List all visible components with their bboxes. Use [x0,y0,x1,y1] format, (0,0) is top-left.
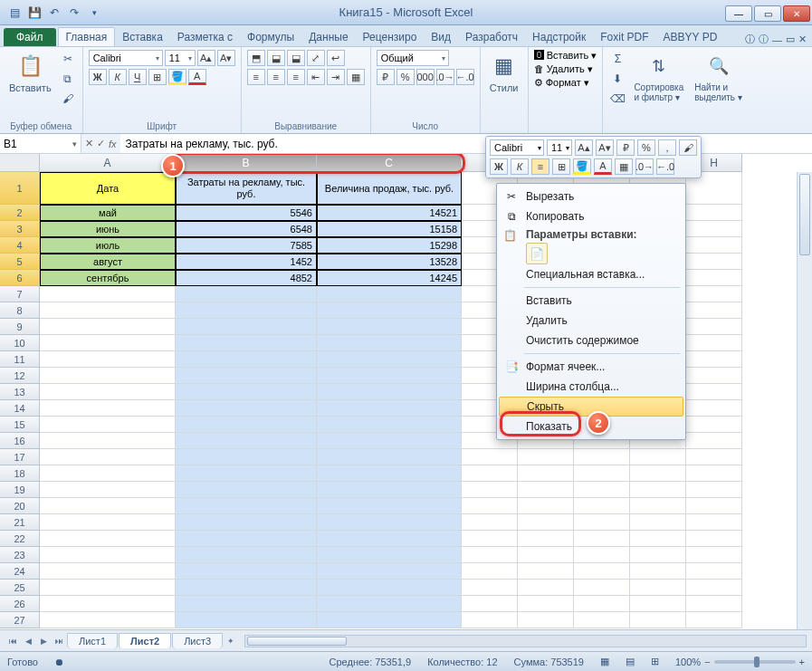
mini-currency-icon[interactable]: ₽ [616,139,635,156]
tab-abbyy[interactable]: ABBYY PD [656,28,725,46]
name-box[interactable]: B1 [0,134,81,153]
cell[interactable] [317,531,462,547]
col-header-c[interactable]: C [317,154,462,172]
cell[interactable] [686,302,742,319]
mini-font-combo[interactable]: Calibri [490,139,544,156]
grid[interactable]: ДатаЗатраты на рекламу, тыс. руб.Величин… [40,172,812,629]
cell[interactable]: 15298 [317,237,462,254]
row-header[interactable]: 16 [0,433,40,449]
row-header[interactable]: 2 [0,205,40,221]
mini-bold-icon[interactable]: Ж [490,158,508,175]
cell[interactable] [176,319,317,335]
align-middle-icon[interactable]: ⬓ [267,50,285,66]
cell[interactable]: июль [40,237,176,254]
styles-button[interactable]: ▦ Стили [486,50,522,95]
col-header-a[interactable]: A [40,154,176,172]
cell[interactable]: 13528 [317,254,462,270]
row-header[interactable]: 27 [0,612,40,628]
cell[interactable] [317,368,462,384]
cell[interactable] [317,400,462,417]
cell[interactable] [40,612,176,628]
cell[interactable] [630,596,686,612]
align-left-icon[interactable]: ≡ [247,69,265,85]
merge-icon[interactable]: ▦ [347,69,365,85]
cell[interactable] [40,433,176,449]
cell[interactable] [317,449,462,465]
cell[interactable] [686,351,742,368]
cell[interactable] [40,482,176,498]
cell[interactable] [518,449,574,465]
ctx-insert[interactable]: Вставить [499,291,683,311]
row-header[interactable]: 19 [0,482,40,498]
cell[interactable] [630,612,686,628]
cell[interactable] [317,580,462,596]
ctx-clear[interactable]: Очистить содержимое [499,331,683,350]
cell[interactable] [176,563,317,580]
sheet-nav-prev-icon[interactable]: ◀ [21,634,35,648]
cell[interactable] [686,400,742,417]
cell[interactable] [630,547,686,563]
sheet-nav-first-icon[interactable]: ⏮ [5,634,20,648]
tab-addins[interactable]: Надстройк [525,28,593,46]
cell[interactable] [686,205,742,221]
cell[interactable] [686,580,742,596]
cell[interactable]: 14521 [317,205,462,221]
tab-developer[interactable]: Разработч [458,28,525,46]
font-color-icon[interactable]: A [188,69,206,85]
row-header[interactable]: 26 [0,596,40,612]
row-header[interactable]: 17 [0,449,40,465]
row-header[interactable]: 20 [0,498,40,514]
row-header[interactable]: 1 [0,172,40,205]
cell[interactable] [40,400,176,417]
sheet-tab-1[interactable]: Лист1 [67,633,118,648]
mini-format-painter-icon[interactable]: 🖌 [679,139,697,156]
doc-close-icon[interactable]: ✕ [798,34,807,45]
comma-icon[interactable]: 000 [416,69,435,85]
tab-insert[interactable]: Вставка [115,28,170,46]
mini-font-color-icon[interactable]: A [594,158,612,175]
cell[interactable] [686,368,742,384]
cell[interactable] [686,612,742,628]
status-recording-icon[interactable]: ⏺ [54,657,64,667]
cell[interactable] [176,400,317,417]
mini-dec-dec-icon[interactable]: ←.0 [656,158,674,175]
ctx-delete[interactable]: Удалить [499,311,683,331]
cell[interactable] [176,302,317,319]
mini-comma-icon[interactable]: , [658,139,676,156]
cell[interactable] [176,531,317,547]
cell[interactable] [317,319,462,335]
sheet-tab-2[interactable]: Лист2 [119,633,171,648]
cell[interactable] [686,335,742,351]
cell[interactable] [176,351,317,368]
grow-font-icon[interactable]: A▴ [197,50,215,66]
cell[interactable] [176,514,317,531]
cell[interactable] [40,531,176,547]
cell[interactable] [40,547,176,563]
cell[interactable] [574,449,630,465]
view-pagebreak-icon[interactable]: ⊞ [651,656,659,667]
cell[interactable] [686,531,742,547]
cell[interactable] [686,270,742,286]
cell[interactable] [462,580,518,596]
cell[interactable] [176,449,317,465]
cell[interactable] [462,482,518,498]
zoom-out-icon[interactable]: − [704,657,710,667]
cancel-formula-icon[interactable]: ✕ [85,138,93,149]
ctx-column-width[interactable]: Ширина столбца... [499,377,683,397]
cell[interactable]: Величина продаж, тыс. руб. [317,172,462,205]
clear-icon[interactable]: ⌫ [608,90,626,108]
cell[interactable] [630,482,686,498]
doc-min-icon[interactable]: — [772,34,782,45]
minimize-button[interactable]: — [725,5,752,22]
cell[interactable] [40,368,176,384]
cell[interactable] [317,563,462,580]
mini-percent-icon[interactable]: % [637,139,655,156]
cell[interactable] [40,417,176,433]
cell[interactable] [40,498,176,514]
cell[interactable] [40,580,176,596]
cell[interactable]: сентябрь [40,270,176,286]
mini-shrink-font-icon[interactable]: A▾ [596,139,614,156]
align-center-icon[interactable]: ≡ [267,69,285,85]
cell[interactable]: 15158 [317,221,462,237]
cell[interactable] [686,319,742,335]
